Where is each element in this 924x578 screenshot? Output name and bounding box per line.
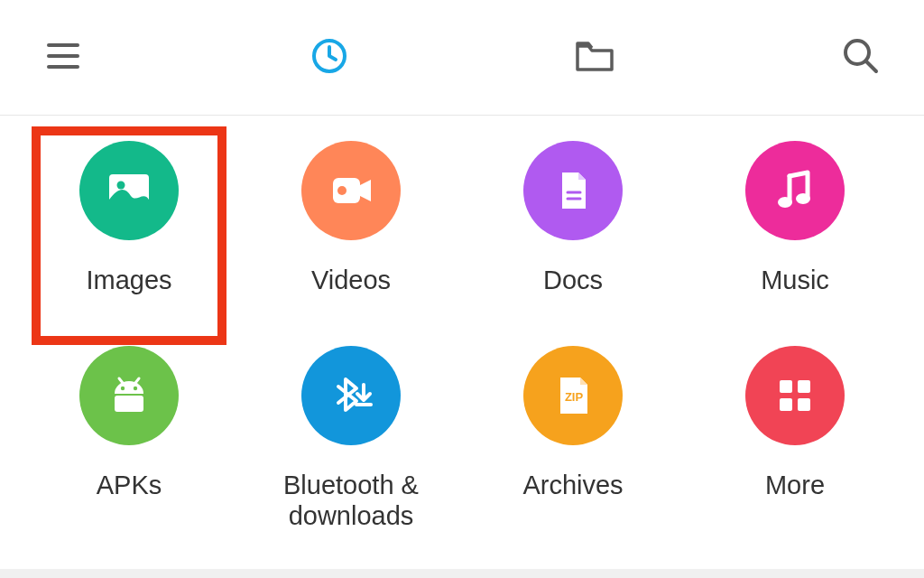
category-videos[interactable]: Videos <box>240 141 462 295</box>
svg-point-16 <box>134 387 137 390</box>
svg-point-15 <box>121 387 125 390</box>
svg-rect-23 <box>780 380 792 393</box>
tab-folder[interactable] <box>568 31 622 85</box>
category-label: More <box>765 471 825 500</box>
category-music[interactable]: Music <box>684 141 906 295</box>
category-docs[interactable]: Docs <box>462 141 684 295</box>
search-button[interactable] <box>834 31 888 85</box>
svg-rect-25 <box>780 398 792 411</box>
svg-rect-24 <box>798 380 810 393</box>
svg-line-18 <box>135 378 139 383</box>
svg-rect-26 <box>798 398 810 411</box>
category-label: Docs <box>543 266 603 295</box>
android-icon <box>79 346 179 445</box>
bluetooth-download-icon <box>301 346 401 445</box>
menu-icon <box>43 36 83 79</box>
category-label: Archives <box>522 471 623 500</box>
zip-icon: ZIP <box>523 346 623 445</box>
category-more[interactable]: More <box>684 346 906 531</box>
svg-text:ZIP: ZIP <box>565 390 584 404</box>
menu-button[interactable] <box>36 31 90 85</box>
category-grid: Images Videos D <box>0 116 924 531</box>
top-bar <box>0 0 924 116</box>
category-label: Videos <box>311 266 391 295</box>
category-images[interactable]: Images <box>18 141 240 295</box>
svg-line-17 <box>119 378 123 383</box>
category-label: Images <box>86 266 171 295</box>
search-icon <box>839 34 882 81</box>
category-label: Music <box>761 266 829 295</box>
svg-point-9 <box>337 186 346 195</box>
category-bluetooth-downloads[interactable]: Bluetooth & downloads <box>240 346 462 531</box>
video-icon <box>301 141 401 240</box>
svg-line-5 <box>866 61 876 71</box>
category-label: Bluetooth & downloads <box>252 471 450 531</box>
music-icon <box>745 141 845 240</box>
grid-icon <box>745 346 845 445</box>
clock-icon <box>308 34 351 81</box>
category-archives[interactable]: ZIP Archives <box>462 346 684 531</box>
document-icon <box>523 141 623 240</box>
svg-point-14 <box>796 193 810 204</box>
image-icon <box>79 141 179 240</box>
svg-rect-19 <box>115 396 143 412</box>
svg-point-13 <box>778 197 792 208</box>
bottom-divider <box>0 569 924 578</box>
category-apks[interactable]: APKs <box>18 346 240 531</box>
folder-icon <box>572 33 617 82</box>
category-label: APKs <box>97 471 162 500</box>
tab-recent[interactable] <box>302 31 356 85</box>
svg-point-7 <box>117 182 125 190</box>
